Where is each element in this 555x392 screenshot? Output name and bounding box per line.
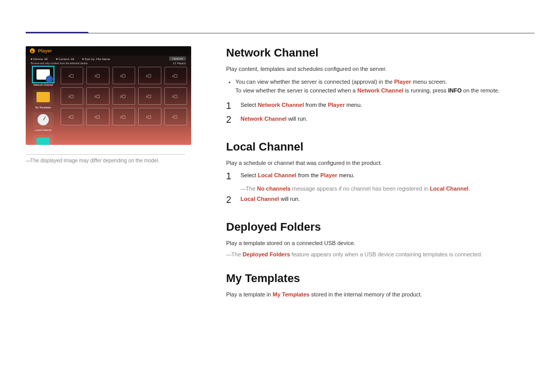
network-step-2: 2 Network Channel will run.	[226, 115, 534, 126]
content-tile: ♪▢	[61, 108, 83, 125]
content-tile: ♪▢	[61, 87, 83, 105]
content-tile: ♪▢	[164, 67, 187, 84]
network-step-1: 1 Select Network Channel from the Player…	[226, 101, 534, 112]
svg-text:♪▢: ♪▢	[172, 115, 178, 119]
caption-rule	[26, 154, 185, 155]
svg-text:♪▢: ♪▢	[145, 73, 152, 78]
deployed-desc: Play a template stored on a connected US…	[226, 239, 534, 248]
content-tile: ♪▢	[138, 108, 161, 125]
mytemplates-desc: Play a template in My Templates stored i…	[226, 290, 534, 299]
clock-icon	[38, 114, 49, 125]
svg-text:♪▢: ♪▢	[120, 115, 126, 119]
content-tile: ♪▢	[61, 67, 83, 84]
header-accent	[26, 32, 88, 33]
svg-text:♪▢: ♪▢	[94, 73, 100, 78]
player-screenshot: Player Device: All Content: All Sort by:…	[26, 46, 191, 145]
svg-text:♪▢: ♪▢	[145, 115, 152, 119]
content-tile: ♪▢	[138, 87, 161, 105]
network-bullets: You can view whether the server is conne…	[235, 78, 534, 96]
content-tile: ♪▢	[86, 67, 109, 84]
sidebar-item-deployed-folders: Deployed Folders	[30, 135, 57, 145]
content-tile: ♪▢	[86, 108, 109, 125]
svg-text:♪▢: ♪▢	[68, 115, 74, 119]
svg-text:♪▢: ♪▢	[120, 73, 126, 78]
template-icon	[36, 138, 50, 145]
shot-tile-grid: ♪▢ ♪▢ ♪▢ ♪▢ ♪▢ ♪▢ ♪▢ ♪▢ ♪▢ ♪▢ ♪▢ ♪▢ ♪▢ ♪…	[61, 67, 187, 145]
filter-device: Device: All	[31, 57, 48, 61]
content-column: Network Channel Play content, templates …	[211, 46, 534, 303]
filter-content: Content: All	[56, 57, 74, 61]
local-step-2: 2 Local Channel will run.	[226, 195, 534, 206]
svg-text:♪▢: ♪▢	[120, 94, 126, 99]
content-tile: ♪▢	[113, 67, 135, 84]
svg-text:♪▢: ♪▢	[68, 73, 74, 78]
svg-text:♪▢: ♪▢	[172, 94, 178, 99]
shot-app-title: Player	[38, 48, 52, 53]
svg-text:♪▢: ♪▢	[94, 94, 100, 99]
local-steps-2: 2 Local Channel will run.	[226, 195, 534, 206]
svg-text:♪▢: ♪▢	[68, 94, 74, 99]
local-steps: 1 Select Local Channel from the Player m…	[226, 171, 534, 182]
content-tile: ♪▢	[113, 108, 135, 125]
content-tile: ♪▢	[86, 87, 109, 105]
shot-filter-row: Device: All Content: All Sort by: File N…	[26, 55, 191, 62]
content-tile: ♪▢	[138, 67, 161, 84]
shot-sidebar: Network Channel My Templates Local Chann…	[30, 67, 57, 145]
svg-text:♪▢: ♪▢	[94, 115, 100, 119]
local-note: The No channels message appears if no ch…	[240, 185, 534, 192]
filter-sort: Sort by: File Name	[82, 57, 110, 61]
folder-icon	[36, 92, 50, 102]
manual-page: Player Device: All Content: All Sort by:…	[0, 0, 555, 392]
sidebar-item-my-templates: My Templates	[30, 89, 57, 109]
heading-deployed-folders: Deployed Folders	[226, 220, 534, 234]
network-bullet-1: You can view whether the server is conne…	[235, 78, 534, 96]
heading-network-channel: Network Channel	[226, 46, 534, 60]
network-desc: Play content, templates and schedules co…	[226, 65, 534, 73]
network-steps: 1 Select Network Channel from the Player…	[226, 101, 534, 126]
sidebar-item-network-channel: Network Channel	[30, 67, 57, 86]
play-icon	[30, 48, 35, 53]
local-step-1: 1 Select Local Channel from the Player m…	[226, 171, 534, 182]
svg-text:♪▢: ♪▢	[145, 94, 152, 99]
content-tile: ♪▢	[164, 108, 187, 125]
header-rule	[26, 33, 534, 33]
svg-text:♪▢: ♪▢	[172, 73, 178, 78]
content-tile: ♪▢	[164, 87, 187, 105]
figure-column: Player Device: All Content: All Sort by:…	[26, 46, 211, 303]
deployed-note: The Deployed Folders feature appears onl…	[226, 251, 534, 257]
shot-subline: Browse and play content from the selecte…	[26, 62, 191, 67]
heading-my-templates: My Templates	[226, 272, 534, 285]
calendar-globe-icon	[36, 69, 50, 80]
local-desc: Play a schedule or channel that was conf…	[226, 159, 534, 167]
options-button: Options	[169, 57, 186, 61]
sidebar-item-local-channel: Local Channel	[30, 112, 57, 132]
figure-caption: The displayed image may differ depending…	[26, 158, 211, 163]
heading-local-channel: Local Channel	[226, 140, 534, 154]
content-tile: ♪▢	[113, 87, 135, 105]
shot-header: Player	[26, 46, 191, 55]
